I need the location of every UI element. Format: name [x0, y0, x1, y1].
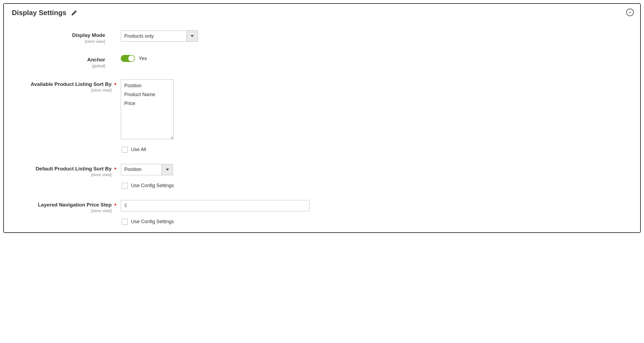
required-asterisk: *	[114, 200, 121, 209]
display-mode-label: Display Mode	[12, 32, 105, 38]
price-step-input[interactable]: $	[121, 200, 309, 211]
anchor-toggle-row: Yes	[121, 55, 147, 62]
available-sort-by-row: Available Product Listing Sort By [store…	[12, 79, 632, 153]
available-sort-by-label-col: Available Product Listing Sort By [store…	[12, 79, 114, 93]
display-mode-select[interactable]: Products only	[121, 30, 198, 42]
edit-icon[interactable]	[71, 10, 77, 16]
price-step-label: Layered Navigation Price Step	[12, 202, 112, 208]
use-all-checkbox[interactable]	[122, 147, 128, 153]
anchor-toggle[interactable]	[121, 55, 135, 62]
display-mode-scope: [store view]	[12, 39, 105, 44]
required-asterisk: *	[114, 79, 121, 88]
default-sort-by-control: Position Use Config Settings	[121, 164, 632, 189]
available-sort-by-multiselect[interactable]: Position Product Name Price	[121, 79, 174, 139]
price-step-control: $ Use Config Settings	[121, 200, 632, 225]
default-sort-use-config-label: Use Config Settings	[131, 183, 174, 188]
anchor-label: Anchor	[12, 57, 105, 63]
default-sort-by-row: Default Product Listing Sort By [store v…	[12, 164, 632, 189]
default-sort-use-config-checkbox[interactable]	[122, 183, 128, 189]
price-step-label-col: Layered Navigation Price Step [store vie…	[12, 200, 114, 213]
dropdown-icon	[186, 31, 198, 41]
price-step-row: Layered Navigation Price Step [store vie…	[12, 200, 632, 225]
dropdown-icon	[161, 164, 173, 175]
spacer	[114, 55, 121, 57]
price-step-use-config-row[interactable]: Use Config Settings	[122, 219, 174, 225]
available-sort-by-scope: [store view]	[12, 88, 112, 92]
price-step-scope: [store view]	[12, 208, 112, 213]
display-mode-label-col: Display Mode [store view]	[12, 30, 114, 44]
anchor-scope: [global]	[12, 64, 105, 68]
form-body: Display Mode [store view] Products only …	[4, 17, 640, 232]
chevron-up-icon	[628, 10, 632, 14]
price-step-use-config-label: Use Config Settings	[131, 219, 174, 225]
currency-prefix: $	[124, 203, 127, 208]
panel-title: Display Settings	[12, 9, 66, 17]
toggle-knob	[128, 55, 134, 61]
display-mode-value: Products only	[121, 31, 186, 41]
anchor-label-col: Anchor [global]	[12, 55, 114, 68]
display-mode-control: Products only	[121, 30, 632, 42]
use-all-checkbox-row[interactable]: Use All	[122, 147, 146, 153]
display-mode-row: Display Mode [store view] Products only	[12, 30, 632, 44]
resize-handle-icon[interactable]	[170, 135, 173, 139]
panel-header: Display Settings	[4, 4, 640, 17]
display-settings-panel: Display Settings Display Mode [store vie…	[3, 3, 641, 233]
anchor-row: Anchor [global] Yes	[12, 55, 632, 68]
default-sort-by-scope: [store view]	[12, 172, 112, 177]
available-sort-by-control: Position Product Name Price Use All	[121, 79, 632, 153]
spacer	[114, 30, 121, 33]
price-step-use-config-checkbox[interactable]	[122, 219, 128, 225]
default-sort-by-label-col: Default Product Listing Sort By [store v…	[12, 164, 114, 177]
sort-option[interactable]: Product Name	[124, 90, 171, 99]
default-sort-by-label: Default Product Listing Sort By	[12, 166, 112, 172]
default-sort-use-config-row[interactable]: Use Config Settings	[122, 183, 174, 189]
sort-option[interactable]: Position	[124, 81, 171, 90]
available-sort-by-label: Available Product Listing Sort By	[12, 81, 112, 88]
required-asterisk: *	[114, 164, 121, 173]
anchor-control: Yes	[121, 55, 632, 62]
default-sort-by-value: Position	[121, 164, 161, 175]
default-sort-by-select[interactable]: Position	[121, 164, 173, 175]
collapse-button[interactable]	[626, 9, 634, 16]
sort-option[interactable]: Price	[124, 99, 171, 108]
anchor-value-text: Yes	[139, 55, 147, 61]
use-all-label: Use All	[131, 147, 146, 152]
